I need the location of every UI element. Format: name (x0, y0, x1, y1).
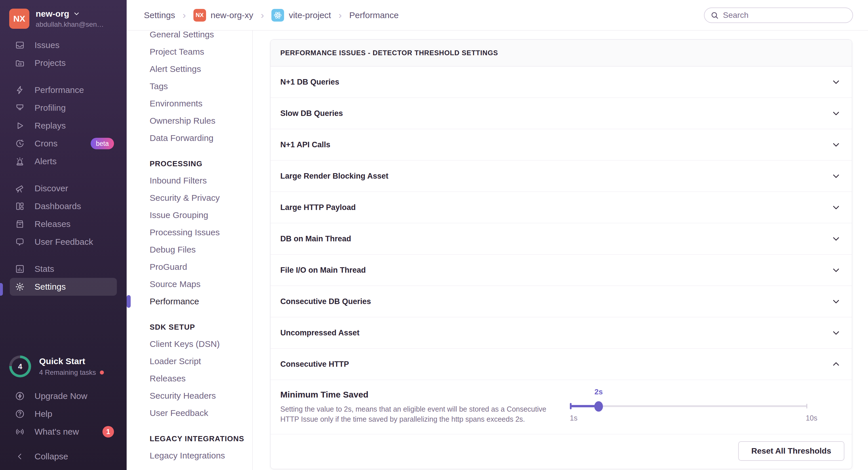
reset-all-thresholds-button[interactable]: Reset All Thresholds (738, 441, 844, 461)
detector-row-file-io-on-main-thread[interactable]: File I/O on Main Thread (271, 255, 852, 286)
whats-new-badge: 1 (102, 426, 114, 437)
detector-row-n1-api-calls[interactable]: N+1 API Calls (271, 129, 852, 161)
panel-footer: Reset All Thresholds (271, 434, 852, 469)
sidebar-item-replays[interactable]: Replays (0, 117, 127, 135)
quick-start-progress-ring: 4 (9, 356, 31, 377)
settings-nav-security-privacy[interactable]: Security & Privacy (127, 189, 252, 206)
breadcrumb-label: new-org-xy (211, 10, 253, 20)
panel-title: PERFORMANCE ISSUES - DETECTOR THRESHOLD … (271, 40, 852, 66)
settings-nav-legacy-integrations[interactable]: Legacy Integrations (127, 447, 252, 464)
sidebar-item-label: Help (34, 409, 52, 419)
issues-icon (15, 40, 25, 50)
sidebar-item-settings[interactable]: Settings (10, 278, 117, 296)
sidebar-item-performance[interactable]: Performance (0, 81, 127, 99)
org-switcher[interactable]: NX new-org abdullah.khan@sen… (0, 0, 127, 29)
upgrade-icon (15, 391, 25, 401)
settings-nav-issue-grouping[interactable]: Issue Grouping (127, 206, 252, 224)
settings-nav-environments[interactable]: Environments (127, 95, 252, 112)
quick-start-title: Quick Start (39, 357, 104, 366)
sidebar-item-projects[interactable]: Projects (0, 54, 127, 72)
detector-row-n1-db-queries[interactable]: N+1 DB Queries (271, 66, 852, 98)
projects-icon (15, 58, 25, 68)
breadcrumb-settings[interactable]: Settings (144, 10, 175, 20)
settings-nav-ownership-rules[interactable]: Ownership Rules (127, 112, 252, 129)
detector-row-slow-db-queries[interactable]: Slow DB Queries (271, 98, 852, 129)
breadcrumb-separator-icon: › (338, 9, 342, 21)
settings-nav-tags[interactable]: Tags (127, 78, 252, 95)
telescope-icon (15, 183, 25, 193)
sidebar-item-label: Profiling (34, 103, 66, 113)
sidebar-item-label: Dashboards (34, 201, 81, 211)
settings-nav: General Settings Project Teams Alert Set… (127, 31, 253, 470)
settings-nav-debug-files[interactable]: Debug Files (127, 241, 252, 258)
sidebar-item-label: Releases (34, 219, 70, 229)
settings-nav-loader-script[interactable]: Loader Script (127, 352, 252, 370)
collapse-sidebar-button[interactable]: Collapse (0, 447, 127, 465)
breadcrumb-project[interactable]: vite-project (271, 9, 331, 22)
breadcrumb-organization[interactable]: NX new-org-xy (193, 9, 253, 22)
slider-handle[interactable] (594, 401, 603, 412)
detector-row-uncompressed-asset[interactable]: Uncompressed Asset (271, 317, 852, 348)
chevron-down-icon (832, 329, 840, 337)
chevron-down-icon (832, 234, 840, 243)
breadcrumb: Settings › NX new-org-xy › vite-project (144, 9, 399, 22)
slider-track[interactable] (570, 405, 807, 407)
chevron-down-icon (832, 297, 840, 306)
main-content: PERFORMANCE ISSUES - DETECTOR THRESHOLD … (253, 31, 868, 470)
detector-row-consecutive-http[interactable]: Consecutive HTTP (271, 348, 852, 380)
sidebar-item-releases[interactable]: Releases (0, 215, 127, 233)
sidebar-item-profiling[interactable]: Profiling (0, 99, 127, 117)
quick-start-subtitle: 4 Remaining tasks (39, 368, 96, 376)
settings-nav-user-feedback[interactable]: User Feedback (127, 404, 252, 422)
settings-nav-inbound-filters[interactable]: Inbound Filters (127, 172, 252, 189)
sidebar-item-label: Collapse (34, 451, 68, 461)
settings-nav-general-settings[interactable]: General Settings (127, 31, 252, 43)
search-box[interactable] (704, 7, 853, 23)
detector-row-label: Large HTTP Payload (280, 203, 356, 212)
slider-max-tick (806, 404, 807, 408)
sidebar-item-crons[interactable]: Crons beta (0, 135, 127, 153)
sidebar-item-label: Replays (34, 121, 66, 131)
detector-row-consecutive-db-queries[interactable]: Consecutive DB Queries (271, 286, 852, 317)
settings-nav-data-forwarding[interactable]: Data Forwarding (127, 129, 252, 147)
settings-nav-proguard[interactable]: ProGuard (127, 258, 252, 275)
detector-row-label: Consecutive HTTP (280, 360, 349, 369)
slider-min-tick (570, 403, 571, 409)
settings-nav-client-keys[interactable]: Client Keys (DSN) (127, 335, 252, 352)
clock-icon (15, 139, 25, 148)
sidebar-item-alerts[interactable]: Alerts (0, 153, 127, 170)
breadcrumb-separator-icon: › (261, 9, 264, 21)
settings-nav-performance[interactable]: Performance (127, 293, 252, 310)
sidebar-item-user-feedback[interactable]: User Feedback (0, 233, 127, 251)
sidebar-item-whats-new[interactable]: What's new 1 (0, 423, 127, 441)
detector-row-large-http-payload[interactable]: Large HTTP Payload (271, 192, 852, 223)
settings-nav-security-headers[interactable]: Security Headers (127, 387, 252, 404)
sidebar-item-issues[interactable]: Issues (0, 36, 127, 54)
detector-row-label: Slow DB Queries (280, 109, 343, 118)
sidebar-item-upgrade-now[interactable]: Upgrade Now (0, 387, 127, 405)
chevron-left-icon (15, 451, 25, 461)
sidebar-item-dashboards[interactable]: Dashboards (0, 197, 127, 215)
sidebar-item-label: Alerts (34, 157, 57, 166)
threshold-settings-panel: PERFORMANCE ISSUES - DETECTOR THRESHOLD … (270, 39, 852, 469)
detector-row-label: N+1 DB Queries (280, 78, 339, 87)
play-icon (15, 121, 25, 131)
primary-nav: Issues Projects Performance Profiling Re… (0, 36, 127, 296)
app-sidebar: NX new-org abdullah.khan@sen… Issues Pro… (0, 0, 127, 470)
quick-start-widget[interactable]: 4 Quick Start 4 Remaining tasks (0, 356, 127, 377)
settings-nav-source-maps[interactable]: Source Maps (127, 275, 252, 293)
breadcrumb-performance[interactable]: Performance (349, 10, 399, 20)
settings-nav-project-teams[interactable]: Project Teams (127, 43, 252, 60)
detector-row-large-render-blocking-asset[interactable]: Large Render Blocking Asset (271, 161, 852, 192)
search-input[interactable] (723, 11, 847, 20)
sidebar-item-discover[interactable]: Discover (0, 179, 127, 197)
sidebar-item-label: Projects (34, 58, 66, 68)
sidebar-active-indicator (0, 283, 3, 296)
settings-nav-processing-issues[interactable]: Processing Issues (127, 224, 252, 241)
detector-row-db-on-main-thread[interactable]: DB on Main Thread (271, 223, 852, 255)
sidebar-item-label: Crons (34, 139, 58, 148)
sidebar-item-help[interactable]: Help (0, 405, 127, 423)
settings-nav-releases[interactable]: Releases (127, 370, 252, 387)
sidebar-item-stats[interactable]: Stats (0, 260, 127, 278)
settings-nav-alert-settings[interactable]: Alert Settings (127, 60, 252, 78)
